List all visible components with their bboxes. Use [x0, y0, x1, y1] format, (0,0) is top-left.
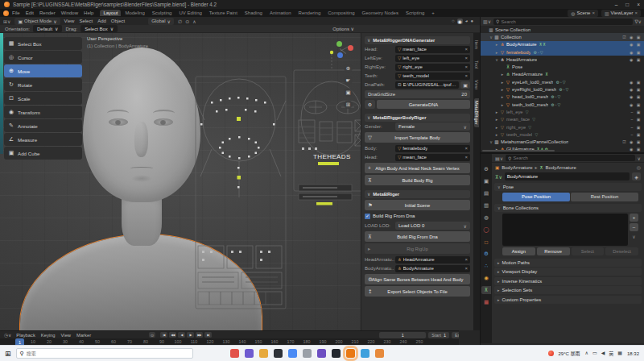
viewport-nav-icon[interactable]: ⊞: [344, 100, 353, 109]
workspace-tab[interactable]: Texture Paint: [206, 10, 241, 16]
menu-item[interactable]: Help: [84, 10, 93, 15]
workspace-tab[interactable]: +: [428, 10, 438, 16]
object-field[interactable]: ⋔ HeadArmature ×: [395, 256, 470, 263]
header-icon[interactable]: ∅: [178, 19, 182, 24]
transport-button[interactable]: ▶▶: [196, 332, 203, 338]
horizontal-scrollbar[interactable]: [482, 150, 555, 152]
taskbar-app-icon[interactable]: [288, 349, 297, 358]
current-frame-field[interactable]: 1: [379, 332, 426, 338]
clear-icon[interactable]: ×: [464, 56, 468, 60]
taskbar-app-icon[interactable]: [375, 349, 384, 358]
viewport-nav-icon[interactable]: ▣: [344, 88, 353, 97]
menu-item[interactable]: Add: [97, 19, 106, 23]
outliner-search[interactable]: ⚲: [493, 19, 633, 25]
editor-type-icon[interactable]: ▤∨: [495, 156, 503, 161]
align-same-bones-button[interactable]: ⚙ Align Same Bones Between Head And Body: [365, 274, 470, 284]
transform-orientation-dropdown[interactable]: Global ∨: [148, 18, 174, 25]
rest-position-button[interactable]: Rest Position: [571, 193, 638, 201]
breadcrumb-object[interactable]: BodyArmature: [502, 165, 532, 170]
outliner-row[interactable]: ∨ ▥ Collection ☑ ◉ ▣: [481, 33, 644, 40]
import-template-body-button[interactable]: ▽ Import Template Body: [365, 132, 470, 143]
gender-dropdown[interactable]: Female ∨: [395, 122, 470, 131]
clear-icon[interactable]: ×: [464, 73, 468, 78]
toolbar-tool[interactable]: ▣ Add Cube: [4, 147, 82, 160]
outliner-row[interactable]: ▸ ▽ eyeLeft_lod0_mesh ⚙◦▽ ◉ ▣: [481, 78, 644, 85]
taskbar-app-icon[interactable]: [259, 349, 268, 358]
properties-tab[interactable]: ⚙: [481, 165, 491, 173]
toolbar-tool[interactable]: ◎ Cursor: [4, 51, 82, 64]
menu-item[interactable]: Edit: [26, 10, 34, 15]
unlink-icon[interactable]: ×: [592, 10, 595, 15]
outliner-row[interactable]: ▸ ▽ right_eye ▽ – ▣: [481, 123, 644, 131]
menu-item[interactable]: File: [12, 10, 20, 15]
assign-button[interactable]: Assign: [502, 247, 535, 255]
sidebar-tab[interactable]: View: [474, 77, 479, 92]
toolbar-tool[interactable]: ∠ Measure: [4, 133, 82, 146]
tray-icon[interactable]: 英: [609, 350, 613, 357]
taskbar-app-icon[interactable]: [303, 349, 312, 358]
dna-path-field[interactable]: ⊟ E:\PLUGINSSAL...tpufsample.dna: [395, 81, 459, 89]
workspace-tab[interactable]: Animation: [266, 10, 295, 16]
properties-tab[interactable]: ◯: [481, 226, 491, 234]
viewport-nav-icon[interactable]: ☛: [344, 76, 353, 85]
minimize-button[interactable]: –: [615, 2, 618, 7]
clock[interactable]: 18:32: [627, 351, 639, 356]
menu-item[interactable]: Select: [79, 19, 93, 23]
properties-tab[interactable]: ⊼: [481, 286, 491, 294]
object-field[interactable]: ▽ mean_face ×: [395, 46, 470, 53]
collapsed-panel-header[interactable]: ▸ Motion Paths: [494, 259, 642, 267]
build-rig-from-dna-button[interactable]: ⊼ Build Rig From Dna: [365, 231, 470, 242]
taskbar-app-icon[interactable]: [230, 349, 239, 358]
tray-icon[interactable]: ▭: [592, 350, 597, 357]
tray-icon[interactable]: ▦: [617, 350, 622, 357]
visibility-toggle-icons[interactable]: ☑ ◉ ▣: [622, 139, 642, 144]
orientation-setting-dropdown[interactable]: Default ∨: [33, 25, 62, 32]
outliner-search-input[interactable]: [501, 19, 630, 24]
visibility-toggle-icons[interactable]: ◉ ▣: [630, 102, 642, 107]
workspace-tab[interactable]: Rendering: [295, 10, 324, 16]
options-dropdown[interactable]: Options ∨: [332, 26, 475, 31]
visibility-toggle-icons[interactable]: – ▣: [631, 125, 642, 130]
bone-collections-header[interactable]: ∨ Bone Collections: [494, 204, 642, 212]
select-button[interactable]: Select: [572, 247, 605, 255]
shading-mode-icon[interactable]: ◕: [465, 19, 469, 23]
remove-collection-button[interactable]: –: [630, 223, 638, 231]
bone-collections-list[interactable]: [502, 214, 628, 246]
editor-type-icon[interactable]: ◷∨: [4, 333, 11, 338]
menu-item[interactable]: Object: [111, 19, 125, 23]
pin-icon[interactable]: ◎: [637, 164, 641, 170]
visibility-toggle-icons[interactable]: ◉ ▣: [630, 50, 642, 55]
drag-setting-dropdown[interactable]: Select Box ∨: [80, 25, 118, 32]
properties-tab[interactable]: ▤: [481, 189, 491, 197]
visibility-toggle-icons[interactable]: ◉ ▣: [630, 87, 642, 92]
collection-menu-button[interactable]: ∨: [630, 233, 638, 241]
start-frame-field[interactable]: Start 1: [428, 332, 449, 338]
properties-tab[interactable]: ∴: [481, 262, 491, 270]
collapsed-panel-header[interactable]: ▸ Selection Sets: [494, 286, 642, 294]
collapsed-panel-header[interactable]: ▸ Inverse Kinematics: [494, 277, 642, 285]
close-button[interactable]: ×: [637, 2, 640, 7]
toolbar-tool[interactable]: ◉ Transform: [4, 106, 82, 118]
taskbar-app-icon[interactable]: [274, 349, 283, 358]
dna-tool-icon[interactable]: ⚙: [365, 100, 375, 109]
outliner-row[interactable]: ▸ ▽ eyeRight_lod0_mesh ⚙◦▽ ◉ ▣: [481, 85, 644, 93]
properties-tab[interactable]: ⚙: [481, 250, 491, 258]
transport-button[interactable]: ▶: [187, 332, 194, 338]
workspace-tab[interactable]: Scripting: [402, 10, 427, 16]
generate-dna-button[interactable]: GenerateDNA: [377, 100, 470, 109]
visibility-toggle-icons[interactable]: ◉ ▣: [630, 80, 642, 85]
viewlayer-selector[interactable]: ▥ ViewLayer ×: [601, 10, 641, 17]
load-lod-dropdown[interactable]: Load LOD 0 ∨: [395, 222, 470, 230]
outliner-row[interactable]: ▥ Scene Collection: [481, 26, 644, 33]
transport-button[interactable]: ▶|: [204, 332, 212, 338]
editor-type-icon[interactable]: ⊞∨: [3, 19, 10, 24]
outliner-row[interactable]: ⊼ Pose: [481, 63, 644, 70]
tray-icon[interactable]: ◀: [601, 350, 605, 357]
properties-tab[interactable]: ▦: [481, 298, 491, 306]
taskbar-app-icon[interactable]: [245, 349, 254, 358]
properties-search-input[interactable]: [513, 156, 632, 160]
visibility-toggle-icons[interactable]: – ▣: [631, 110, 642, 114]
object-field[interactable]: ▽ teeth_model ×: [395, 73, 470, 80]
remove-button[interactable]: Remove: [537, 247, 570, 255]
auto-keying-toggle[interactable]: ⊙: [149, 332, 155, 338]
